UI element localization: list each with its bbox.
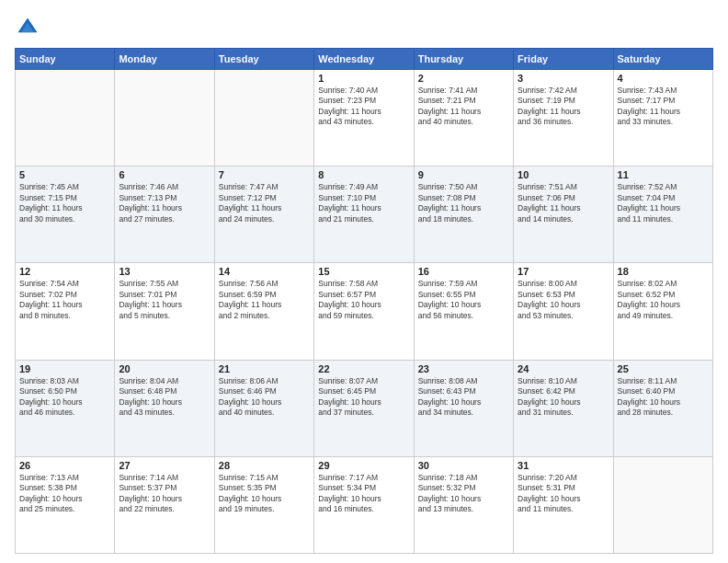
day-cell: 12Sunrise: 7:54 AM Sunset: 7:02 PM Dayli… bbox=[16, 263, 115, 360]
day-info: Sunrise: 7:51 AM Sunset: 7:06 PM Dayligh… bbox=[518, 182, 609, 224]
day-number: 19 bbox=[19, 363, 110, 374]
day-number: 11 bbox=[618, 169, 709, 180]
day-number: 6 bbox=[119, 169, 210, 180]
day-number: 8 bbox=[318, 169, 409, 180]
day-cell bbox=[16, 70, 115, 167]
day-cell: 17Sunrise: 8:00 AM Sunset: 6:53 PM Dayli… bbox=[514, 263, 613, 360]
day-cell: 9Sunrise: 7:50 AM Sunset: 7:08 PM Daylig… bbox=[414, 167, 513, 263]
day-cell: 19Sunrise: 8:03 AM Sunset: 6:50 PM Dayli… bbox=[16, 360, 115, 456]
day-number: 30 bbox=[418, 460, 509, 471]
day-info: Sunrise: 7:58 AM Sunset: 6:57 PM Dayligh… bbox=[318, 279, 409, 321]
day-cell: 8Sunrise: 7:49 AM Sunset: 7:10 PM Daylig… bbox=[314, 167, 414, 263]
day-cell: 10Sunrise: 7:51 AM Sunset: 7:06 PM Dayli… bbox=[514, 167, 613, 263]
day-number: 2 bbox=[418, 73, 509, 84]
day-cell: 25Sunrise: 8:11 AM Sunset: 6:40 PM Dayli… bbox=[613, 360, 712, 456]
day-number: 9 bbox=[418, 169, 509, 180]
day-info: Sunrise: 8:07 AM Sunset: 6:45 PM Dayligh… bbox=[318, 376, 409, 419]
day-cell: 22Sunrise: 8:07 AM Sunset: 6:45 PM Dayli… bbox=[314, 360, 414, 456]
day-cell: 11Sunrise: 7:52 AM Sunset: 7:04 PM Dayli… bbox=[613, 167, 712, 263]
day-number: 3 bbox=[518, 73, 609, 84]
day-cell: 29Sunrise: 7:17 AM Sunset: 5:34 PM Dayli… bbox=[314, 456, 414, 553]
day-info: Sunrise: 7:50 AM Sunset: 7:08 PM Dayligh… bbox=[418, 182, 509, 224]
day-cell: 20Sunrise: 8:04 AM Sunset: 6:48 PM Dayli… bbox=[115, 360, 214, 456]
day-cell: 27Sunrise: 7:14 AM Sunset: 5:37 PM Dayli… bbox=[115, 456, 214, 553]
day-info: Sunrise: 7:43 AM Sunset: 7:17 PM Dayligh… bbox=[618, 86, 709, 128]
day-number: 15 bbox=[318, 266, 409, 277]
day-info: Sunrise: 7:41 AM Sunset: 7:21 PM Dayligh… bbox=[418, 86, 509, 128]
week-row-2: 5Sunrise: 7:45 AM Sunset: 7:15 PM Daylig… bbox=[16, 167, 713, 263]
day-cell: 15Sunrise: 7:58 AM Sunset: 6:57 PM Dayli… bbox=[314, 263, 414, 360]
weekday-header-wednesday: Wednesday bbox=[314, 49, 414, 70]
day-info: Sunrise: 8:11 AM Sunset: 6:40 PM Dayligh… bbox=[618, 376, 709, 419]
weekday-header-monday: Monday bbox=[115, 49, 214, 70]
day-info: Sunrise: 7:20 AM Sunset: 5:31 PM Dayligh… bbox=[518, 473, 609, 515]
day-info: Sunrise: 8:08 AM Sunset: 6:43 PM Dayligh… bbox=[418, 376, 509, 419]
day-number: 14 bbox=[219, 266, 310, 277]
day-number: 18 bbox=[618, 266, 709, 277]
day-number: 28 bbox=[219, 460, 310, 471]
day-cell: 6Sunrise: 7:46 AM Sunset: 7:13 PM Daylig… bbox=[115, 167, 214, 263]
day-number: 23 bbox=[418, 363, 509, 374]
day-cell bbox=[115, 70, 214, 167]
day-cell: 14Sunrise: 7:56 AM Sunset: 6:59 PM Dayli… bbox=[214, 263, 313, 360]
day-info: Sunrise: 8:06 AM Sunset: 6:46 PM Dayligh… bbox=[219, 376, 310, 419]
day-number: 29 bbox=[318, 460, 409, 471]
weekday-header-sunday: Sunday bbox=[16, 49, 115, 70]
day-info: Sunrise: 7:17 AM Sunset: 5:34 PM Dayligh… bbox=[318, 473, 409, 515]
day-cell: 2Sunrise: 7:41 AM Sunset: 7:21 PM Daylig… bbox=[414, 70, 513, 167]
day-number: 25 bbox=[618, 363, 709, 374]
day-info: Sunrise: 7:56 AM Sunset: 6:59 PM Dayligh… bbox=[219, 279, 310, 321]
day-number: 1 bbox=[318, 73, 409, 84]
day-number: 12 bbox=[19, 266, 110, 277]
week-row-1: 1Sunrise: 7:40 AM Sunset: 7:23 PM Daylig… bbox=[16, 70, 713, 167]
day-info: Sunrise: 8:10 AM Sunset: 6:42 PM Dayligh… bbox=[518, 376, 609, 419]
day-cell bbox=[214, 70, 313, 167]
day-number: 10 bbox=[518, 169, 609, 180]
day-info: Sunrise: 7:14 AM Sunset: 5:37 PM Dayligh… bbox=[119, 473, 210, 515]
day-info: Sunrise: 8:02 AM Sunset: 6:52 PM Dayligh… bbox=[618, 279, 709, 321]
day-info: Sunrise: 7:42 AM Sunset: 7:19 PM Dayligh… bbox=[518, 86, 609, 128]
header bbox=[15, 15, 713, 40]
day-cell: 31Sunrise: 7:20 AM Sunset: 5:31 PM Dayli… bbox=[514, 456, 613, 553]
day-cell: 30Sunrise: 7:18 AM Sunset: 5:32 PM Dayli… bbox=[414, 456, 513, 553]
day-cell bbox=[613, 456, 712, 553]
day-cell: 4Sunrise: 7:43 AM Sunset: 7:17 PM Daylig… bbox=[613, 70, 712, 167]
day-number: 21 bbox=[219, 363, 310, 374]
day-info: Sunrise: 7:46 AM Sunset: 7:13 PM Dayligh… bbox=[119, 182, 210, 224]
day-info: Sunrise: 7:40 AM Sunset: 7:23 PM Dayligh… bbox=[318, 86, 409, 128]
day-info: Sunrise: 7:13 AM Sunset: 5:38 PM Dayligh… bbox=[19, 473, 110, 515]
day-cell: 13Sunrise: 7:55 AM Sunset: 7:01 PM Dayli… bbox=[115, 263, 214, 360]
day-info: Sunrise: 7:52 AM Sunset: 7:04 PM Dayligh… bbox=[618, 182, 709, 224]
week-row-4: 19Sunrise: 8:03 AM Sunset: 6:50 PM Dayli… bbox=[16, 360, 713, 456]
weekday-header-friday: Friday bbox=[514, 49, 613, 70]
day-info: Sunrise: 7:59 AM Sunset: 6:55 PM Dayligh… bbox=[418, 279, 509, 321]
calendar: SundayMondayTuesdayWednesdayThursdayFrid… bbox=[15, 48, 713, 554]
day-number: 31 bbox=[518, 460, 609, 471]
day-info: Sunrise: 7:18 AM Sunset: 5:32 PM Dayligh… bbox=[418, 473, 509, 515]
week-row-3: 12Sunrise: 7:54 AM Sunset: 7:02 PM Dayli… bbox=[16, 263, 713, 360]
day-number: 5 bbox=[19, 169, 110, 180]
day-info: Sunrise: 8:00 AM Sunset: 6:53 PM Dayligh… bbox=[518, 279, 609, 321]
day-cell: 24Sunrise: 8:10 AM Sunset: 6:42 PM Dayli… bbox=[514, 360, 613, 456]
day-info: Sunrise: 7:45 AM Sunset: 7:15 PM Dayligh… bbox=[19, 182, 110, 224]
day-cell: 28Sunrise: 7:15 AM Sunset: 5:35 PM Dayli… bbox=[214, 456, 313, 553]
logo bbox=[15, 15, 44, 40]
day-number: 13 bbox=[119, 266, 210, 277]
day-cell: 18Sunrise: 8:02 AM Sunset: 6:52 PM Dayli… bbox=[613, 263, 712, 360]
day-cell: 16Sunrise: 7:59 AM Sunset: 6:55 PM Dayli… bbox=[414, 263, 513, 360]
day-cell: 3Sunrise: 7:42 AM Sunset: 7:19 PM Daylig… bbox=[514, 70, 613, 167]
day-number: 17 bbox=[518, 266, 609, 277]
week-row-5: 26Sunrise: 7:13 AM Sunset: 5:38 PM Dayli… bbox=[16, 456, 713, 553]
day-cell: 26Sunrise: 7:13 AM Sunset: 5:38 PM Dayli… bbox=[16, 456, 115, 553]
weekday-header-thursday: Thursday bbox=[414, 49, 513, 70]
day-number: 16 bbox=[418, 266, 509, 277]
weekday-header-tuesday: Tuesday bbox=[214, 49, 313, 70]
day-info: Sunrise: 8:04 AM Sunset: 6:48 PM Dayligh… bbox=[119, 376, 210, 419]
logo-icon bbox=[15, 15, 40, 40]
day-number: 24 bbox=[518, 363, 609, 374]
day-cell: 23Sunrise: 8:08 AM Sunset: 6:43 PM Dayli… bbox=[414, 360, 513, 456]
day-info: Sunrise: 7:54 AM Sunset: 7:02 PM Dayligh… bbox=[19, 279, 110, 321]
day-cell: 1Sunrise: 7:40 AM Sunset: 7:23 PM Daylig… bbox=[314, 70, 414, 167]
weekday-header-row: SundayMondayTuesdayWednesdayThursdayFrid… bbox=[16, 49, 713, 70]
weekday-header-saturday: Saturday bbox=[613, 49, 712, 70]
